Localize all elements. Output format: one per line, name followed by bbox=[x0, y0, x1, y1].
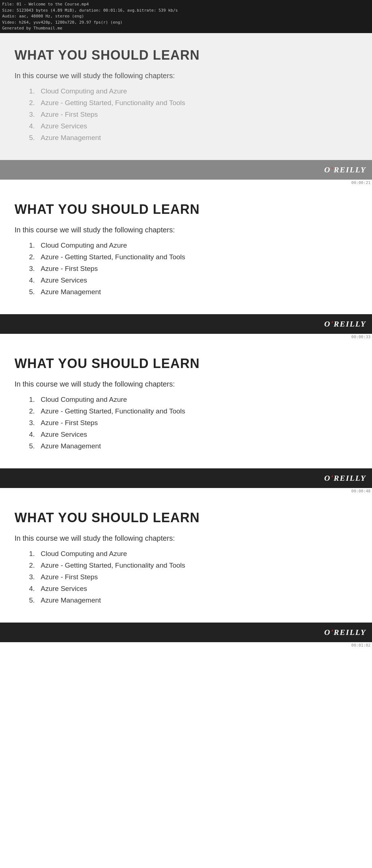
list-item: 1.Cloud Computing and Azure bbox=[29, 550, 357, 558]
list-item: 3.Azure - First Steps bbox=[29, 265, 357, 273]
timestamp-4: 00:01:02 bbox=[0, 642, 372, 650]
list-item: 2.Azure - Getting Started, Functionality… bbox=[29, 99, 357, 107]
oreilly-bar-3: O'REILLY bbox=[0, 468, 372, 488]
file-info-line5: Generated by Thumbnail.me bbox=[2, 25, 370, 32]
slide-subtitle-4: In this course we will study the followi… bbox=[15, 534, 357, 543]
oreilly-logo-2: O'REILLY bbox=[324, 319, 366, 329]
file-info-line1: File: 01 - Welcome to the Course.mp4 bbox=[2, 1, 370, 8]
oreilly-bar-4: O'REILLY bbox=[0, 623, 372, 642]
list-item: 5.Azure Management bbox=[29, 134, 357, 142]
list-item: 5.Azure Management bbox=[29, 596, 357, 604]
oreilly-logo-3: O'REILLY bbox=[324, 473, 366, 483]
file-info-line4: Video: h264, yuv420p, 1280x720, 29.97 fp… bbox=[2, 20, 370, 26]
oreilly-bar-2: O'REILLY bbox=[0, 314, 372, 334]
slide-subtitle-2: In this course we will study the followi… bbox=[15, 226, 357, 234]
file-info-bar: File: 01 - Welcome to the Course.mp4 Siz… bbox=[0, 0, 372, 33]
chapter-list-3: 1.Cloud Computing and Azure 2.Azure - Ge… bbox=[15, 396, 357, 450]
timestamp-1: 00:00:21 bbox=[0, 180, 372, 187]
list-item: 2.Azure - Getting Started, Functionality… bbox=[29, 253, 357, 261]
list-item: 3.Azure - First Steps bbox=[29, 111, 357, 119]
chapter-list-1: 1.Cloud Computing and Azure 2.Azure - Ge… bbox=[15, 87, 357, 142]
oreilly-logo-1: O'REILLY bbox=[324, 165, 366, 175]
list-item: 5.Azure Management bbox=[29, 288, 357, 296]
slide-subtitle-1: In this course we will study the followi… bbox=[15, 72, 357, 80]
list-item: 4.Azure Services bbox=[29, 431, 357, 439]
list-item: 1.Cloud Computing and Azure bbox=[29, 87, 357, 95]
oreilly-logo-4: O'REILLY bbox=[324, 628, 366, 637]
slide-subtitle-3: In this course we will study the followi… bbox=[15, 380, 357, 388]
file-info-line3: Audio: aac, 48000 Hz, stereo (eng) bbox=[2, 13, 370, 20]
file-info-line2: Size: 5123043 bytes (4.89 MiB), duration… bbox=[2, 8, 370, 14]
list-item: 5.Azure Management bbox=[29, 442, 357, 450]
list-item: 4.Azure Services bbox=[29, 122, 357, 130]
timestamp-3: 00:00:48 bbox=[0, 488, 372, 496]
slide-title-2: WHAT YOU SHOULD LEARN bbox=[15, 202, 357, 217]
list-item: 4.Azure Services bbox=[29, 276, 357, 284]
slide-title-3: WHAT YOU SHOULD LEARN bbox=[15, 356, 357, 371]
slide-panel-3: WHAT YOU SHOULD LEARN In this course we … bbox=[0, 341, 372, 468]
list-item: 4.Azure Services bbox=[29, 585, 357, 593]
slide-panel-4: WHAT YOU SHOULD LEARN In this course we … bbox=[0, 496, 372, 623]
slide-title-4: WHAT YOU SHOULD LEARN bbox=[15, 510, 357, 525]
list-item: 2.Azure - Getting Started, Functionality… bbox=[29, 407, 357, 415]
list-item: 3.Azure - First Steps bbox=[29, 419, 357, 427]
list-item: 3.Azure - First Steps bbox=[29, 573, 357, 581]
slide-title-1: WHAT YOU SHOULD LEARN bbox=[15, 48, 357, 63]
slide-panel-1: WHAT YOU SHOULD LEARN In this course we … bbox=[0, 33, 372, 160]
list-item: 2.Azure - Getting Started, Functionality… bbox=[29, 561, 357, 569]
list-item: 1.Cloud Computing and Azure bbox=[29, 241, 357, 249]
chapter-list-4: 1.Cloud Computing and Azure 2.Azure - Ge… bbox=[15, 550, 357, 604]
oreilly-bar-1: O'REILLY bbox=[0, 160, 372, 180]
chapter-list-2: 1.Cloud Computing and Azure 2.Azure - Ge… bbox=[15, 241, 357, 296]
timestamp-2: 00:00:33 bbox=[0, 334, 372, 341]
slide-panel-2: WHAT YOU SHOULD LEARN In this course we … bbox=[0, 187, 372, 314]
list-item: 1.Cloud Computing and Azure bbox=[29, 396, 357, 404]
